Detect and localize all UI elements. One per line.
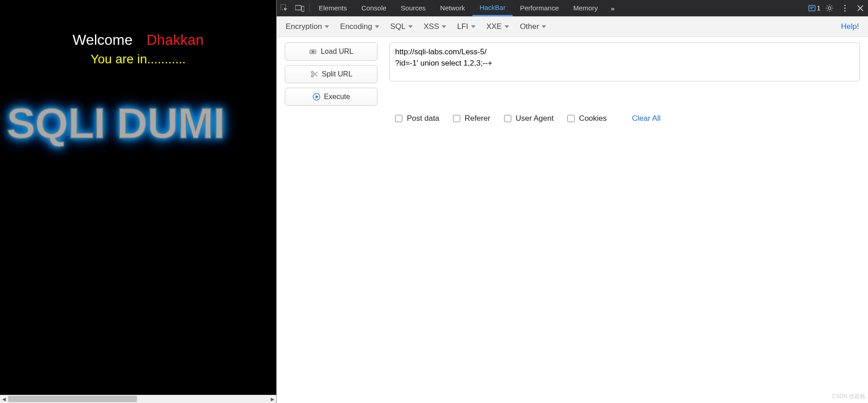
svg-line-11 [827,5,828,6]
help-link[interactable]: Help! [841,22,863,31]
devtools-panel: Elements Console Sources Network HackBar… [277,0,868,403]
tab-console[interactable]: Console [354,0,394,16]
useragent-checkbox[interactable]: User Agent [504,114,554,123]
caret-icon [325,25,329,28]
gear-icon[interactable] [822,0,837,16]
svg-rect-2 [302,6,304,11]
welcome-prefix: Welcome [73,32,133,48]
device-toggle-icon[interactable] [292,0,307,16]
url-area [389,43,860,106]
svg-point-21 [312,51,314,53]
sqli-labs-page: Welcome Dhakkan You are in........... SQ… [0,0,277,403]
close-icon[interactable] [853,0,868,16]
svg-point-22 [311,71,313,73]
welcome-text: Welcome Dhakkan [73,32,204,48]
execute-label: Execute [324,93,350,101]
svg-line-13 [827,10,828,11]
menu-sql[interactable]: SQL [386,19,417,34]
menu-lfi[interactable]: LFI [453,19,480,34]
svg-line-12 [831,10,832,11]
scroll-left-icon[interactable]: ◀ [0,395,8,403]
svg-point-16 [844,7,845,9]
postdata-checkbox[interactable]: Post data [395,114,439,123]
execute-button[interactable]: Execute [285,88,377,106]
tab-memory[interactable]: Memory [566,0,605,16]
tab-hackbar[interactable]: HackBar [472,0,513,16]
caret-icon [505,25,509,28]
svg-rect-3 [809,5,815,11]
split-url-button[interactable]: Split URL [285,65,377,83]
url-input[interactable] [389,43,860,81]
caret-icon [442,25,446,28]
inspect-icon[interactable] [277,0,292,16]
hackbar-button-column: Load URL Split URL Execute [285,43,377,106]
kebab-menu-icon[interactable] [837,0,853,16]
caret-icon [375,25,379,28]
svg-line-14 [831,5,832,6]
issues-icon[interactable]: 1 [807,0,822,16]
welcome-name: Dhakkan [146,32,203,48]
clear-all-link[interactable]: Clear All [632,114,660,123]
scrollbar-track[interactable] [8,395,269,403]
status-line: You are in........... [0,52,276,66]
tab-elements[interactable]: Elements [311,0,354,16]
devtools-tabbar: Elements Console Sources Network HackBar… [277,0,868,16]
split-url-label: Split URL [322,70,353,78]
svg-point-17 [844,10,845,11]
separator [309,4,310,13]
menu-encryption[interactable]: Encryption [281,19,334,34]
menu-xxe[interactable]: XXE [482,19,514,34]
svg-rect-1 [295,5,301,10]
svg-marker-27 [316,95,319,99]
load-url-label: Load URL [321,47,353,56]
scrollbar-thumb[interactable] [8,396,137,402]
tab-network[interactable]: Network [433,0,472,16]
menu-xss[interactable]: XSS [419,19,451,34]
sqli-dumb-logo: SQLI DUMI [7,99,225,148]
issues-count: 1 [817,5,821,12]
watermark: CSDN @超栈 [832,393,865,400]
svg-point-6 [828,7,831,9]
cookies-checkbox[interactable]: Cookies [567,114,607,123]
hackbar-toolbar: Encryption Encoding SQL XSS LFI XXE Othe… [277,16,868,37]
referer-checkbox[interactable]: Referer [453,114,491,123]
caret-icon [471,25,476,28]
scroll-right-icon[interactable]: ▶ [269,395,277,403]
more-tabs-icon[interactable]: » [605,0,620,16]
load-url-button[interactable]: Load URL [285,43,377,61]
menu-encoding[interactable]: Encoding [335,19,384,34]
svg-point-15 [844,5,845,6]
menu-other[interactable]: Other [515,19,551,34]
svg-point-23 [311,75,313,77]
caret-icon [542,25,546,28]
caret-icon [408,25,413,28]
options-row: Post data Referer User Agent Cookies Cle… [277,111,868,123]
horizontal-scrollbar[interactable]: ◀ ▶ [0,395,277,403]
tab-sources[interactable]: Sources [394,0,433,16]
tab-performance[interactable]: Performance [513,0,566,16]
